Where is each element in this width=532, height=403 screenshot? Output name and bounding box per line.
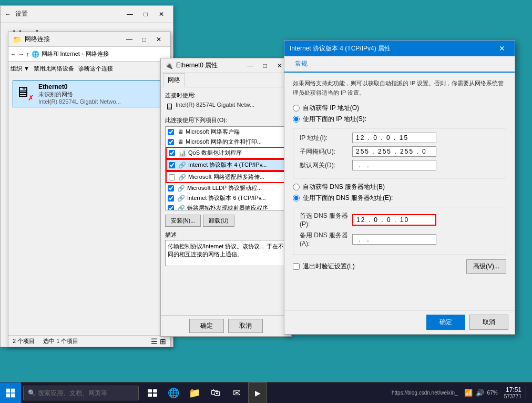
netconn-title: 网络连接 [25, 35, 50, 44]
volume-tray-icon[interactable]: 🔊 [476, 389, 484, 397]
tcp-ip-label: IP 地址(I): [300, 134, 352, 143]
list-item-6[interactable]: 🔗 Microsoft LLDP 协议驱动程... [166, 183, 287, 193]
list-item-1-label: Microsoft 网络客户端 [186, 128, 240, 136]
auto-ip-radio[interactable] [293, 105, 300, 112]
netconn-folder-icon: 📁 [13, 35, 22, 44]
tcp-advanced-btn[interactable]: 高级(V)... [466, 259, 506, 274]
tcp-cancel-btn[interactable]: 取消 [469, 315, 508, 330]
taskbar-search-box[interactable]: 🔍 [23, 386, 139, 400]
store-btn[interactable]: 🛍 [206, 382, 225, 404]
list-item-4[interactable]: 🔗 Internet 协议版本 4 (TCP/IPv... [166, 159, 287, 171]
toolbar-diagnose[interactable]: 诊断这个连接 [78, 65, 113, 73]
eth-props-minimize-btn[interactable]: — [243, 61, 258, 71]
tcp-props-content: 如果网络支持此功能，则可以获取自动指派的 IP 设置。否则，你需要从网络系统管理… [284, 73, 515, 284]
eth-install-btn[interactable]: 安装(N)... [165, 215, 201, 227]
eth-props-controls: — □ ✕ [243, 61, 287, 71]
eth-desc-text: 传输控制协议/Internet 协议。该协议... 于在不同的相互连接的网络上通… [165, 240, 287, 266]
list-item-8-checkbox[interactable] [168, 205, 174, 211]
list-item-1[interactable]: 🖥 Microsoft 网络客户端 [166, 127, 287, 137]
eth-props-content: 连接时使用: 🖥 Intel(R) 82574L Gigabit Netw...… [161, 87, 291, 270]
tcp-ok-btn[interactable]: 确定 [426, 315, 465, 330]
manual-dns-radio[interactable] [293, 195, 300, 202]
eth-adapter-name: Intel(R) 82574L Gigabit Netw... [176, 102, 254, 108]
start-button[interactable] [0, 382, 21, 404]
settings-controls: — □ ✕ [122, 9, 169, 19]
mail-btn[interactable]: ✉ [227, 382, 246, 404]
edge-btn[interactable]: 🌐 [164, 382, 183, 404]
tcp-verify-label: 退出时验证设置(L) [303, 262, 355, 271]
tcp-alternate-dns-input[interactable] [352, 234, 436, 245]
tcp-subnet-label: 子网掩码(U): [300, 147, 352, 156]
network-tray-icon[interactable]: 📶 [464, 389, 473, 397]
list-item-5-checkbox[interactable] [169, 174, 175, 180]
breadcrumb-separator: › [82, 51, 84, 57]
auto-dns-radio[interactable] [293, 184, 300, 190]
list-item-3[interactable]: 📊 QoS 数据包计划程序 [166, 147, 287, 159]
terminal-btn[interactable]: ▶ [248, 382, 267, 404]
toolbar-disable[interactable]: 禁用此网络设备 [34, 65, 74, 73]
list-item-2-checkbox[interactable] [168, 139, 174, 145]
tcp-tab-general[interactable]: 常规 [289, 56, 314, 73]
list-item-3-checkbox[interactable] [169, 150, 175, 156]
settings-maximize-btn[interactable]: □ [138, 9, 153, 19]
clock[interactable]: 17:51 573771 [504, 386, 521, 399]
tcp-manual-ip-row: 使用下面的 IP 地址(S): [293, 115, 506, 124]
search-input[interactable] [38, 389, 132, 397]
eth-uninstall-btn[interactable]: 卸载(U) [203, 215, 234, 227]
tcp-subnet-input[interactable] [352, 146, 436, 157]
svg-rect-3 [11, 393, 15, 397]
list-item-1-checkbox[interactable] [168, 129, 174, 135]
netconn-controls: — □ ✕ [122, 34, 166, 45]
list-item-8[interactable]: 🔗 链路层拓扑发现映射器响应程序 [166, 203, 287, 210]
tcp-gateway-row: 默认网关(D): [300, 160, 499, 170]
tcp-dns-radio-group: 自动获得 DNS 服务器地址(B) 使用下面的 DNS 服务器地址(E): [293, 183, 506, 203]
eth-props-listbox: 🖥 Microsoft 网络客户端 🖥 Microsoft 网络的文件和打印..… [165, 126, 287, 210]
tcp-preferred-dns-input[interactable] [352, 214, 436, 226]
nav-back-btn[interactable]: ← [11, 51, 16, 57]
toolbar-organize[interactable]: 组织 ▼ [11, 65, 29, 73]
taskview-btn[interactable] [143, 382, 162, 404]
list-item-3-label: QoS 数据包计划程序 [188, 149, 242, 157]
taskbar-url-hint: https://blog.csdn.net/weixin_ [392, 390, 458, 396]
view-icons[interactable]: ☰ ⊞ [151, 337, 166, 346]
tcp-gateway-input[interactable] [352, 160, 436, 170]
eth-adapter-icon: 🖥 [165, 102, 173, 112]
adapter-item[interactable]: 🖥 ✗ Ethernet0 未识别的网络 Intel(R) 82574L Gig… [13, 80, 166, 107]
netconn-minimize-btn[interactable]: — [122, 34, 137, 45]
netconn-titlebar: 📁 网络连接 — □ ✕ [8, 32, 170, 47]
eth-props-tab-network[interactable]: 网络 [163, 73, 185, 87]
eth-props-maximize-btn[interactable]: □ [258, 61, 272, 71]
netconn-close-btn[interactable]: ✕ [151, 34, 166, 45]
settings-minimize-btn[interactable]: — [122, 9, 137, 19]
show-desktop-btn[interactable] [526, 386, 528, 400]
list-item-7-checkbox[interactable] [168, 195, 174, 202]
nav-up-btn[interactable]: ↑ [26, 51, 29, 57]
explorer-btn[interactable]: 📁 [185, 382, 204, 404]
list-item-6-checkbox[interactable] [168, 185, 174, 192]
settings-back-icon[interactable]: ← [5, 11, 11, 18]
list-item-7[interactable]: 🔗 Internet 协议版本 6 (TCP/IPv... [166, 193, 287, 203]
adapter-info: Ethernet0 未识别的网络 Intel(R) 82574L Gigabit… [38, 83, 163, 105]
tcp-close-btn[interactable]: ✕ [495, 43, 509, 54]
nav-forward-btn[interactable]: → [18, 51, 24, 57]
list-item-5[interactable]: 🔗 Microsoft 网络适配器多路传... [166, 171, 287, 183]
eth-adapter-row: 🖥 Intel(R) 82574L Gigabit Netw... [165, 102, 287, 112]
taskbar-time: 17:51 [504, 386, 521, 394]
eth-cancel-btn[interactable]: 取消 [228, 319, 263, 333]
list-item-4-icon: 🔗 [178, 162, 186, 169]
list-item-4-checkbox[interactable] [169, 162, 175, 168]
tcp-props-title: Internet 协议版本 4 (TCP/IPv4) 属性 [290, 44, 495, 53]
netconn-maximize-btn[interactable]: □ [137, 34, 151, 45]
breadcrumb-part2[interactable]: 网络连接 [86, 50, 109, 58]
tcp-ip-input[interactable] [352, 133, 436, 143]
breadcrumb-part1[interactable]: 网络和 Internet [42, 50, 80, 58]
manual-ip-radio[interactable] [293, 116, 300, 123]
eth-ok-btn[interactable]: 确定 [189, 319, 224, 333]
eth-props-window: 🔌 Ethernet0 属性 — □ ✕ 网络 连接时使用: 🖥 Intel(R… [160, 58, 292, 337]
tcp-auto-dns-row: 自动获得 DNS 服务器地址(B) [293, 183, 506, 192]
tcp-verify-checkbox[interactable] [293, 263, 300, 270]
tray-volume-text: 67% [487, 390, 498, 396]
manual-dns-label: 使用下面的 DNS 服务器地址(E): [303, 194, 393, 203]
settings-close-btn[interactable]: ✕ [154, 9, 169, 19]
list-item-2[interactable]: 🖥 Microsoft 网络的文件和打印... [166, 137, 287, 147]
